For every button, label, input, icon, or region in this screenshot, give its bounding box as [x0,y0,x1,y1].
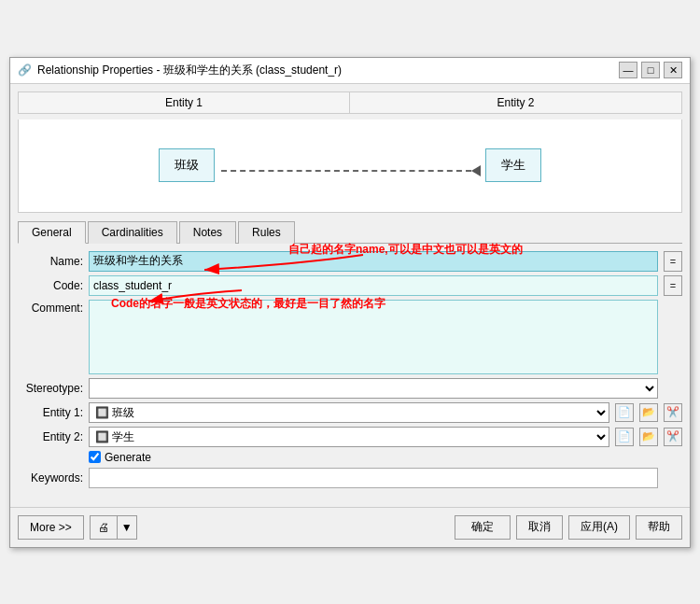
print-button[interactable]: 🖨 [90,515,118,540]
entity2-select[interactable]: 🔲 学生 [89,427,609,447]
name-btn[interactable]: = [664,251,682,272]
print-dropdown-button[interactable]: ▼ [118,515,137,540]
minimize-button[interactable]: — [619,62,637,78]
code-label: Code: [18,279,83,292]
cancel-button[interactable]: 取消 [516,515,563,540]
entity2-select-wrap: 🔲 学生 [89,427,609,447]
name-row: Name: = [18,251,682,272]
entity-header: Entity 1 Entity 2 [18,91,682,114]
form-area-wrapper: Name: = Code: = Comment: [18,244,682,499]
entity1-btn1[interactable]: 📄 [615,403,634,422]
code-btn[interactable]: = [664,275,682,296]
stereotype-select-wrap [89,378,658,399]
entity-class-box: 班级 [159,148,215,182]
stereotype-label: Stereotype: [18,382,83,395]
entity2-header-label: Entity 2 [350,92,681,113]
title-bar-controls: — □ ✕ [619,62,682,78]
keywords-row: Keywords: [18,468,682,488]
entity2-row: Entity 2: 🔲 学生 📄 📂 ✂️ [18,427,682,447]
apply-button[interactable]: 应用(A) [568,515,630,540]
entity1-select[interactable]: 🔲 班级 [89,402,609,423]
window-body: Entity 1 Entity 2 班级 学生 General Cardinal… [10,84,690,507]
stereotype-select[interactable] [89,378,658,399]
entity1-label: Entity 1: [18,406,83,419]
keywords-label: Keywords: [18,471,83,485]
entity1-select-wrap: 🔲 班级 [89,402,609,423]
tab-cardinalities[interactable]: Cardinalities [88,221,177,244]
entity1-header-label: Entity 1 [19,92,350,113]
window-title: Relationship Properties - 班级和学生的关系 (clas… [37,63,342,78]
entity-student-name: 学生 [501,157,525,174]
diagram-area: 班级 学生 [18,119,682,213]
entity1-btn3[interactable]: ✂️ [664,403,682,422]
tab-general[interactable]: General [18,221,86,244]
code-row: Code: = [18,275,682,296]
title-bar-left: 🔗 Relationship Properties - 班级和学生的关系 (cl… [18,63,342,78]
entity2-btn3[interactable]: ✂️ [664,428,682,446]
main-window: 🔗 Relationship Properties - 班级和学生的关系 (cl… [9,57,691,548]
entity2-btn1[interactable]: 📄 [615,428,634,446]
name-label: Name: [18,255,83,268]
entity2-label: Entity 2: [18,430,83,443]
entity1-row: Entity 1: 🔲 班级 📄 📂 ✂️ [18,402,682,423]
code-input[interactable] [89,275,658,296]
tab-notes[interactable]: Notes [179,221,236,244]
keywords-input[interactable] [89,468,658,488]
stereotype-row: Stereotype: [18,378,682,399]
entity-class-name: 班级 [175,157,199,174]
name-input[interactable] [89,251,658,272]
entity1-btn2[interactable]: 📂 [639,403,658,422]
tab-rules[interactable]: Rules [238,221,295,244]
entity2-btn2[interactable]: 📂 [639,428,658,446]
window-icon: 🔗 [18,63,32,77]
form-area: Name: = Code: = Comment: [18,244,682,499]
help-button[interactable]: 帮助 [636,515,682,540]
generate-label[interactable]: Generate [105,451,151,464]
print-btn-group: 🖨 ▼ [90,515,137,540]
title-bar: 🔗 Relationship Properties - 班级和学生的关系 (cl… [10,58,690,84]
connector [219,165,481,176]
more-button[interactable]: More >> [18,515,84,540]
comment-label: Comment: [18,300,83,315]
generate-row: Generate [89,451,682,464]
print-icon: 🖨 [98,521,109,534]
confirm-button[interactable]: 确定 [455,515,511,540]
comment-input[interactable] [89,300,658,374]
maximize-button[interactable]: □ [641,62,660,78]
entity-student-box: 学生 [485,148,541,182]
generate-checkbox[interactable] [89,451,101,463]
bottom-bar: More >> 🖨 ▼ 确定 取消 应用(A) 帮助 [10,507,690,547]
tab-bar: General Cardinalities Notes Rules [18,220,682,244]
close-button[interactable]: ✕ [664,62,682,78]
comment-row: Comment: [18,300,682,374]
